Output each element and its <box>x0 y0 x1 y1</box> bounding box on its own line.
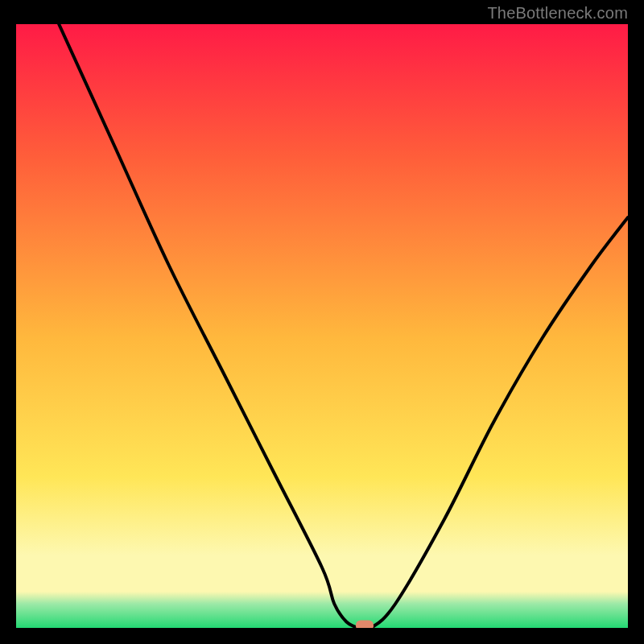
chart-stage: TheBottleneck.com <box>0 0 644 644</box>
bottleneck-curve <box>16 24 628 628</box>
plot-area <box>16 24 628 628</box>
optimal-point-marker <box>356 621 374 629</box>
watermark-text: TheBottleneck.com <box>487 4 628 23</box>
